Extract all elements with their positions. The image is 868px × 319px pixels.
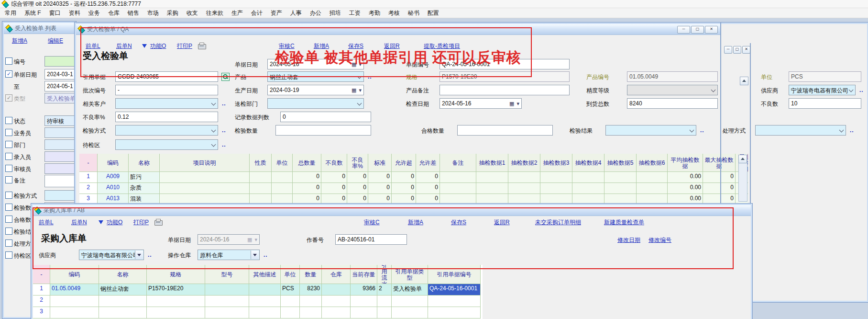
table-row-2-cell-4[interactable] <box>250 183 272 194</box>
next-button[interactable]: 后单N <box>71 218 87 227</box>
printer-icon[interactable] <box>154 220 163 226</box>
table-row-2-cell-3[interactable] <box>160 183 250 194</box>
column-header-2[interactable]: 名称 <box>129 154 160 172</box>
chevron-down-icon[interactable] <box>690 128 694 133</box>
table-row-2-cell-12[interactable] <box>440 183 476 194</box>
table-row-1-cell-0[interactable]: 1 <box>79 172 98 183</box>
table-row-3-cell-12[interactable] <box>428 307 481 319</box>
inspect_method-field[interactable] <box>115 125 218 136</box>
column-header-6[interactable]: 单位 <box>281 265 300 284</box>
menu-item-5[interactable]: 业务 <box>88 9 100 17</box>
chevron-down-icon[interactable] <box>357 74 362 79</box>
filter-checkbox-8[interactable] <box>5 153 12 160</box>
supplier-field[interactable]: 宁波瑞奇电器有限公司 <box>789 85 856 95</box>
column-header-14[interactable]: 抽检数据2 <box>508 154 540 172</box>
column-header-3[interactable]: 规格 <box>147 265 205 284</box>
column-header-8[interactable]: 不良 率% <box>347 154 368 172</box>
record_cols-field[interactable]: 0 <box>280 112 371 122</box>
inspect_dept-field[interactable] <box>267 98 364 109</box>
column-header-7[interactable]: 数量 <box>300 265 322 284</box>
table-row-1-cell-17[interactable] <box>604 172 637 183</box>
menu-item-16[interactable]: 办公 <box>310 9 321 17</box>
table-row-2-cell-18[interactable] <box>637 183 668 194</box>
table-row-2-cell-19[interactable]: 0.00 <box>668 183 703 194</box>
ref_doc-field[interactable]: CGDD-2403065 <box>115 71 218 82</box>
column-header-16[interactable]: 抽检数据4 <box>572 154 604 172</box>
table-row-1-cell-6[interactable]: PCS <box>281 284 300 296</box>
list-edit-button[interactable]: 编辑E <box>48 37 63 45</box>
minimize-button[interactable]: ─ <box>677 26 690 34</box>
dropdown-arrow-button[interactable] <box>135 251 143 259</box>
table-row-2-cell-9[interactable] <box>351 296 377 307</box>
filter-checkbox-10[interactable] <box>5 176 12 183</box>
menu-item-17[interactable]: 招培 <box>330 9 341 17</box>
table-row-1-cell-1[interactable]: A009 <box>98 172 129 183</box>
more-options-button[interactable]: .. <box>222 127 226 134</box>
column-header-17[interactable]: 抽检数据5 <box>604 154 637 172</box>
chevron-down-icon[interactable] <box>211 142 216 147</box>
column-header-5[interactable]: 单位 <box>272 154 293 172</box>
pass_qty-field[interactable] <box>457 125 553 136</box>
filter-checkbox-6[interactable] <box>5 129 12 136</box>
filter-checkbox-9[interactable] <box>5 165 12 172</box>
table-row-1-cell-5[interactable] <box>272 172 293 183</box>
column-header-11[interactable]: 允许差 <box>416 154 440 172</box>
print-button[interactable]: 打印P <box>133 218 149 227</box>
filter-checkbox-5[interactable] <box>5 117 12 124</box>
batch_no-field[interactable]: - <box>115 85 218 95</box>
close-button[interactable]: ✕ <box>705 26 718 34</box>
column-header-15[interactable]: 抽检数据3 <box>540 154 572 172</box>
table-row-3-cell-10[interactable] <box>377 307 392 319</box>
table-row-2-cell-1[interactable] <box>50 296 99 307</box>
table-row-2-cell-12[interactable] <box>428 296 481 307</box>
menu-item-15[interactable]: 人事 <box>290 9 302 17</box>
filter-checkbox-4[interactable]: ✓ <box>5 94 12 102</box>
next-button[interactable]: 后单N <box>116 42 132 50</box>
column-header-12[interactable]: 备注 <box>440 154 476 172</box>
save-button[interactable]: 保存S <box>451 218 466 227</box>
prev-button[interactable]: 前单L <box>86 42 100 50</box>
edit-date-link[interactable]: 修改日期 <box>617 236 640 244</box>
filter-checkbox-1[interactable] <box>5 57 12 65</box>
filter-field[interactable]: 待审核 <box>44 115 77 126</box>
table-row-1-cell-8[interactable]: 0 <box>347 172 368 183</box>
table-row-1-cell-1[interactable]: 01.05.0049 <box>50 284 99 296</box>
menu-item-18[interactable]: 工资 <box>349 9 361 17</box>
back-button[interactable]: 返回R <box>494 218 510 227</box>
ab-window-titlebar[interactable]: 采购入库单 / AB <box>33 205 751 216</box>
table-row-3-cell-9[interactable] <box>351 307 377 319</box>
more-options-button[interactable]: .. <box>148 251 152 258</box>
table-row-2-cell-9[interactable]: 0 <box>368 183 392 194</box>
product_memo-field[interactable] <box>439 85 570 95</box>
table-row-2-cell-5[interactable] <box>249 296 281 307</box>
calendar-icon[interactable]: ▦ ▾ <box>352 87 362 93</box>
menu-item-14[interactable]: 资产 <box>271 9 282 17</box>
table-row-1-cell-20[interactable]: 0 <box>703 172 736 183</box>
table-row-1-cell-12[interactable]: QA-24-05-16-0001 <box>428 284 481 296</box>
table-row-2-cell-7[interactable] <box>300 296 322 307</box>
scroll-up-button[interactable] <box>740 77 748 85</box>
table-row-3-cell-7[interactable] <box>300 307 322 319</box>
column-header-5[interactable]: 其他描述 <box>249 265 281 284</box>
table-row-1-cell-6[interactable]: 0 <box>293 172 321 183</box>
menu-item-3[interactable]: 窗口 <box>49 9 61 17</box>
scroll-up-button[interactable] <box>738 155 747 163</box>
table-row-1-cell-10[interactable]: 2 <box>377 284 392 296</box>
check_date-field[interactable]: 2024-05-16▦ ▾ <box>439 98 522 109</box>
table-row-3-cell-1[interactable] <box>50 307 99 319</box>
table-row-1-cell-7[interactable]: 0 <box>321 172 347 183</box>
column-header-6[interactable]: 总数量 <box>293 154 321 172</box>
column-header-1[interactable]: 编码 <box>98 154 129 172</box>
filter-checkbox-15[interactable] <box>5 239 12 247</box>
menu-item-22[interactable]: 配置 <box>428 9 439 17</box>
add-button[interactable]: 新增A <box>408 218 423 227</box>
chevron-down-icon[interactable] <box>211 128 216 133</box>
chevron-down-icon[interactable] <box>357 101 362 106</box>
menu-item-4[interactable]: 资料 <box>69 9 80 17</box>
pending_area-field[interactable] <box>115 139 218 150</box>
menu-item-6[interactable]: 仓库 <box>108 9 120 17</box>
save-button[interactable]: 保存S <box>348 42 363 50</box>
column-header-18[interactable]: 抽检数据6 <box>637 154 668 172</box>
filter-field[interactable] <box>44 151 77 162</box>
table-row-2-cell-1[interactable]: A010 <box>98 183 129 194</box>
